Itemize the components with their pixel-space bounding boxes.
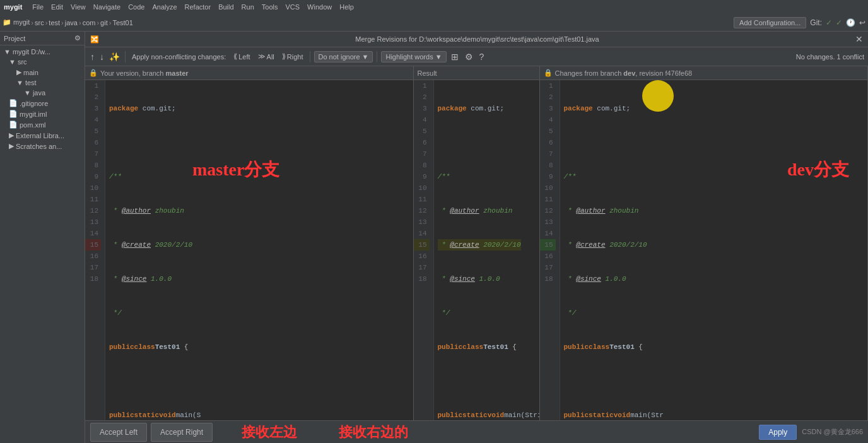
highlight-words-button[interactable]: Highlight words ▼: [381, 51, 446, 62]
breadcrumb-test01[interactable]: Test01: [112, 19, 132, 27]
apply-right-button[interactable]: ⟫ Right: [279, 51, 306, 62]
middle-panel-title: Result: [418, 69, 437, 77]
apply-button[interactable]: Apply: [759, 425, 797, 440]
merge-footer: Accept Left Accept Right 接收左边 接收右边的 Appl…: [85, 420, 868, 443]
sidebar: Project ⚙ ▼ mygit D:/w... ▼ src ▶ main ▼…: [0, 32, 85, 443]
menu-analyze[interactable]: Analyze: [152, 3, 177, 11]
right-panel: 🔒 Changes from branch dev, revision f476…: [540, 66, 869, 420]
folder-icon: ▼: [24, 89, 31, 97]
conflict-status: No changes. 1 conflict: [796, 53, 864, 61]
separator2: [310, 51, 310, 62]
app-name: mygit: [4, 3, 22, 11]
sidebar-item-pom[interactable]: 📄 pom.xml: [1, 119, 83, 130]
sidebar-item-main[interactable]: ▶ main: [1, 67, 83, 78]
breadcrumb-com[interactable]: com: [83, 19, 96, 27]
sidebar-item-label: External Libra...: [16, 132, 64, 139]
toolbar: 📁 mygit › src › test › java › com › git …: [0, 14, 868, 32]
sidebar-item-label: Scratches an...: [16, 143, 62, 150]
sidebar-tree: ▼ mygit D:/w... ▼ src ▶ main ▼ test ▼ ja…: [0, 45, 85, 443]
middle-panel: Result 1 2 3 4 5 6 7 8 9: [414, 66, 540, 420]
file-icon: 📄: [9, 110, 18, 118]
menu-window[interactable]: Window: [307, 3, 332, 11]
apply-all-button[interactable]: ≫ All: [255, 51, 277, 62]
lock-icon2: 🔒: [544, 69, 553, 77]
apply-magic-button[interactable]: ✨: [108, 52, 121, 62]
sidebar-item-label: mygit D:/w...: [13, 48, 50, 56]
sidebar-item-label: main: [23, 69, 38, 76]
main-layout: Project ⚙ ▼ mygit D:/w... ▼ src ▶ main ▼…: [0, 32, 868, 443]
breadcrumb-test[interactable]: test: [49, 19, 60, 27]
sidebar-title: Project: [4, 35, 25, 42]
sidebar-item-mygit[interactable]: ▼ mygit D:/w...: [1, 47, 83, 57]
menu-vcs[interactable]: VCS: [285, 3, 300, 11]
right-code-content: package com.git; /** * @author zhoubin *…: [560, 80, 868, 420]
menu-edit[interactable]: Edit: [51, 3, 63, 11]
sidebar-item-java[interactable]: ▼ java: [1, 88, 83, 98]
sidebar-item-mygit-iml[interactable]: 📄 mygit.iml: [1, 109, 83, 119]
menu-navigate[interactable]: Navigate: [93, 3, 120, 11]
middle-line-numbers: 1 2 3 4 5 6 7 8 9 10 11 12 13: [414, 80, 434, 420]
sidebar-item-label: src: [18, 58, 27, 66]
breadcrumb-mygit[interactable]: 📁 mygit: [3, 18, 30, 27]
sidebar-item-external-libs[interactable]: ▶ External Libra...: [1, 130, 83, 141]
menu-help[interactable]: Help: [339, 3, 354, 11]
settings-icon[interactable]: ⚙: [463, 50, 475, 63]
sidebar-item-test[interactable]: ▼ test: [1, 78, 83, 88]
sidebar-item-label: pom.xml: [20, 121, 46, 129]
menu-refactor[interactable]: Refactor: [185, 3, 211, 11]
footer-left: Accept Left Accept Right 接收左边 接收右边的: [90, 423, 408, 442]
git-clock: 🕐: [846, 18, 855, 27]
add-configuration-button[interactable]: Add Configuration...: [734, 17, 806, 28]
columns-icon[interactable]: ⊞: [449, 50, 460, 63]
breadcrumb: 📁 mygit › src › test › java › com › git …: [3, 18, 133, 27]
left-code-content: package com.git; /** * @author zhoubin *…: [105, 80, 413, 420]
prev-conflict-button[interactable]: ↑: [89, 52, 96, 62]
next-conflict-button[interactable]: ↓: [98, 52, 105, 62]
left-panel: 🔒 Your version, branch master 1 2 3 4 5 …: [85, 66, 414, 420]
menu-file[interactable]: File: [32, 3, 44, 11]
folder-icon: ▶: [9, 142, 14, 150]
right-panel-code[interactable]: 1 2 3 4 5 6 7 8 9 10 11 12 13: [540, 80, 868, 420]
file-icon: 📄: [9, 99, 18, 107]
menu-code[interactable]: Code: [128, 3, 144, 11]
accept-right-button[interactable]: Accept Right: [151, 423, 213, 442]
breadcrumb-src[interactable]: src: [35, 19, 44, 27]
menu-bar: mygit File Edit View Navigate Code Analy…: [0, 0, 868, 14]
left-panel-code[interactable]: 1 2 3 4 5 6 7 8 9 10 11 12 13: [85, 80, 413, 420]
menu-view[interactable]: View: [71, 3, 86, 11]
folder-icon: ▼: [4, 48, 11, 56]
accept-left-button[interactable]: Accept Left: [90, 423, 147, 442]
sidebar-item-scratches[interactable]: ▶ Scratches an...: [1, 141, 83, 151]
lock-icon: 🔒: [89, 69, 98, 77]
folder-icon: ▼: [16, 79, 23, 86]
close-button[interactable]: ✕: [855, 34, 863, 44]
separator3: [377, 51, 377, 62]
menu-run[interactable]: Run: [242, 3, 254, 11]
merge-dialog: 🔀 Merge Revisions for D:\workspace\demo\…: [85, 32, 868, 443]
menu-build[interactable]: Build: [218, 3, 233, 11]
right-panel-header: 🔒 Changes from branch dev, revision f476…: [540, 66, 868, 80]
ignore-dropdown[interactable]: Do not ignore ▼: [314, 51, 373, 62]
merge-title-text: Merge Revisions for D:\workspace\demo\my…: [355, 35, 599, 43]
menu-tools[interactable]: Tools: [262, 3, 278, 11]
apply-nonconflicting-label: Apply non-conflicting changes:: [129, 52, 228, 62]
middle-panel-header: Result: [414, 66, 539, 80]
breadcrumb-git[interactable]: git: [100, 19, 108, 27]
breadcrumb-java[interactable]: java: [65, 19, 78, 27]
folder-icon: ▶: [16, 68, 21, 76]
sidebar-item-src[interactable]: ▼ src: [1, 57, 83, 67]
merge-title-icon: 🔀: [90, 35, 99, 44]
brand-label: CSDN @黄金龙666: [802, 427, 863, 437]
merge-title-bar: 🔀 Merge Revisions for D:\workspace\demo\…: [85, 32, 868, 47]
apply-left-button[interactable]: ⟪ Left: [231, 51, 252, 62]
right-panel-title: Changes from branch dev, revision f476fe…: [555, 69, 693, 77]
git-undo: ↩: [859, 18, 865, 27]
left-panel-header: 🔒 Your version, branch master: [85, 66, 413, 80]
git-label: Git:: [810, 18, 822, 27]
help-icon[interactable]: ?: [478, 50, 486, 63]
sidebar-settings-icon[interactable]: ⚙: [74, 34, 81, 42]
accept-right-label: 接收右边的: [339, 423, 408, 442]
middle-panel-code[interactable]: 1 2 3 4 5 6 7 8 9 10 11 12 13: [414, 80, 539, 420]
sidebar-item-gitignore[interactable]: 📄 .gitignore: [1, 98, 83, 109]
chevron-down-icon: ▼: [362, 53, 369, 61]
